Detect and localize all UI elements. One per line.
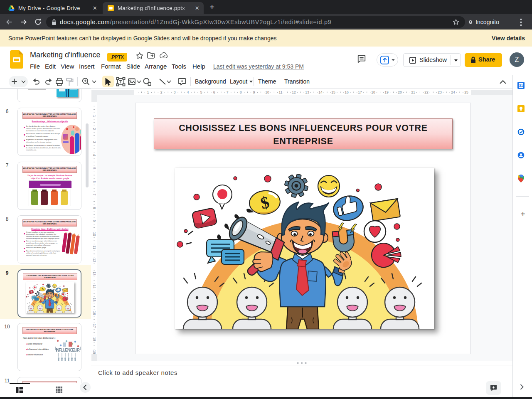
svg-text:1: 1 (147, 90, 149, 94)
svg-text:16: 16 (92, 311, 96, 315)
svg-text:4: 4 (92, 154, 96, 156)
svg-text:5: 5 (92, 167, 96, 170)
svg-text:18: 18 (92, 337, 96, 341)
svg-text:3: 3 (174, 90, 176, 94)
svg-text:31: 31 (519, 84, 523, 88)
svg-text:12: 12 (92, 258, 96, 262)
svg-text:23: 23 (438, 90, 442, 94)
svg-text:8: 8 (240, 90, 242, 94)
svg-text:9: 9 (92, 220, 96, 222)
svg-text:1: 1 (92, 115, 96, 117)
svg-text:7: 7 (227, 90, 229, 94)
svg-text:6: 6 (92, 181, 96, 183)
svg-text:5: 5 (200, 90, 202, 94)
svg-text:8: 8 (92, 207, 96, 209)
svg-text:21: 21 (411, 90, 415, 94)
svg-text:7: 7 (92, 194, 96, 196)
svg-text:15: 15 (331, 90, 335, 94)
svg-text:12: 12 (292, 90, 296, 94)
svg-text:10: 10 (92, 232, 96, 236)
svg-text:3: 3 (92, 141, 96, 143)
svg-text:INFLUENCEUR: INFLUENCEUR (56, 348, 80, 352)
svg-text:13: 13 (305, 90, 309, 94)
svg-text:2: 2 (160, 90, 163, 94)
svg-text:20: 20 (398, 90, 402, 94)
svg-text:13: 13 (92, 271, 96, 276)
svg-text:14: 14 (318, 90, 323, 94)
svg-text:24: 24 (451, 90, 455, 94)
svg-text:2: 2 (92, 128, 96, 130)
svg-text:14: 14 (92, 284, 96, 288)
svg-text:25: 25 (464, 90, 468, 94)
svg-text:17: 17 (358, 90, 362, 94)
svg-text:18: 18 (371, 90, 375, 94)
svg-text:11: 11 (92, 246, 96, 249)
svg-text:10: 10 (265, 90, 269, 94)
svg-text:11: 11 (279, 90, 283, 94)
svg-text:15: 15 (92, 298, 96, 302)
svg-text:16: 16 (345, 90, 349, 94)
svg-text:17: 17 (92, 324, 96, 328)
svg-text:19: 19 (92, 350, 96, 354)
svg-text:19: 19 (384, 90, 389, 94)
svg-text:4: 4 (187, 90, 189, 94)
svg-text:6: 6 (213, 90, 215, 94)
svg-text:22: 22 (424, 90, 429, 94)
svg-text:9: 9 (253, 90, 255, 94)
